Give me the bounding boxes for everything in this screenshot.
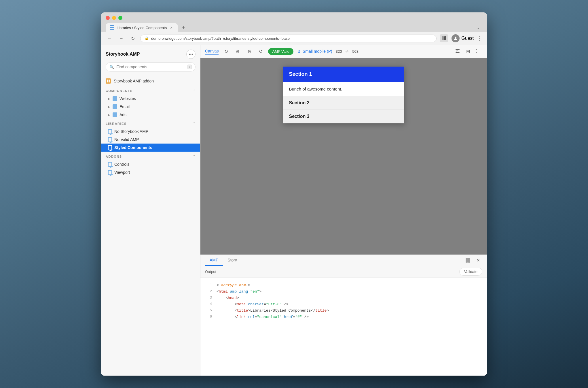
address-bar: ← → ↻ 🔒 demo.onwidget.com/storybook-amp/… [101,32,487,45]
tab-chevron-icon[interactable]: ⌄ [474,23,482,32]
back-button[interactable]: ← [106,34,114,42]
active-tab[interactable]: Libraries / Styled Components × [106,23,178,32]
close-button[interactable] [106,16,110,20]
libraries-chevron-icon[interactable]: ⌃ [193,122,196,126]
email-icon [113,104,117,109]
svg-point-6 [455,37,456,38]
lib-label: No Valid AMP [114,137,139,142]
reset-zoom-button[interactable]: ↺ [257,47,265,55]
sidebar-item-websites[interactable]: ▶ Websites [101,95,200,103]
canvas-toolbar-right: 🖼 ⊞ ⛶ [454,47,482,55]
tab-story[interactable]: Story [223,255,242,266]
code-text: <title>Libraries/Styled Components</titl… [217,308,329,314]
minimize-button[interactable] [112,16,116,20]
lib-label: No Storybook AMP [114,129,148,134]
sidebar-item-ads[interactable]: ▶ Ads [101,111,200,119]
lock-icon: 🔒 [145,36,149,40]
profile-button[interactable]: Guest [452,34,474,42]
dots-icon: ••• [189,52,193,56]
addon-label: Storybook AMP addon [114,79,154,83]
svg-rect-4 [442,36,444,40]
svg-rect-3 [112,28,114,29]
viewport-label: Viewport [114,170,130,175]
svg-rect-0 [110,26,112,27]
viewport-name: Small mobile (P) [303,49,332,54]
svg-rect-12 [468,258,470,263]
line-number: 2 [205,289,212,295]
split-view-button[interactable] [464,256,472,264]
addons-chevron-icon[interactable]: ⌃ [193,155,196,159]
grid-view-button[interactable]: ⊞ [464,47,472,55]
refresh-canvas-button[interactable]: ↻ [222,47,230,55]
preview-section-2: Section 2 [283,96,404,110]
code-text: <head> [217,295,239,301]
code-toolbar: Output Validate [200,266,487,278]
zoom-in-button[interactable]: ⊕ [234,47,242,55]
tab-bar: Libraries / Styled Components × + ⌄ [106,23,482,32]
amp-valid-badge[interactable]: AMP Valid [268,48,293,55]
code-line-5: 5 <title>Libraries/Styled Components</ti… [200,308,487,314]
zoom-out-button[interactable]: ⊖ [245,47,253,55]
sidebar: Storybook AMP ••• 🔍 / [101,45,200,376]
tab-title: Libraries / Styled Components [117,26,167,30]
email-label: Email [120,104,130,109]
bottom-tab-bar: AMP Story ✕ [200,255,487,266]
websites-icon [113,96,117,101]
sidebar-item-viewport[interactable]: Viewport [101,168,200,176]
components-chevron-icon[interactable]: ⌃ [193,89,196,93]
bookmark-icon [108,162,112,167]
code-line-4: 4 <meta charSet="utf-8" /> [200,301,487,308]
tree-arrow-icon: ▶ [108,105,110,108]
maximize-button[interactable] [118,16,122,20]
svg-rect-10 [109,81,110,82]
lib-label: Styled Components [114,145,152,150]
bottom-panel: AMP Story ✕ Output [200,255,487,376]
bottom-tab-actions: ✕ [464,256,482,264]
image-view-button[interactable]: 🖼 [454,47,462,55]
fullscreen-button[interactable]: ⛶ [474,47,482,55]
preview-section-3-title: Section 3 [289,114,399,119]
bookmark-icon [108,137,112,142]
canvas-tab[interactable]: Canvas [205,48,219,55]
search-input[interactable] [116,65,185,69]
code-text: <html amp lang="en"> [217,289,261,295]
close-panel-button[interactable]: ✕ [474,256,482,264]
preview-frame: Section 1 Bunch of awesome content. Sect… [283,67,404,123]
websites-label: Websites [120,96,136,101]
libraries-label: LIBRARIES [106,122,127,125]
sidebar-item-no-storybook-amp[interactable]: No Storybook AMP [101,127,200,135]
forward-button[interactable]: → [117,34,125,42]
sidebar-item-styled-components[interactable]: Styled Components [101,144,200,152]
tab-amp[interactable]: AMP [205,255,223,266]
canvas-toolbar: Canvas ↻ ⊕ ⊖ ↺ AMP Valid 🖥 Small mobile … [200,45,487,58]
url-bar[interactable]: 🔒 demo.onwidget.com/storybook-amp/?path=… [140,35,437,42]
sidebar-item-no-valid-amp[interactable]: No Valid AMP [101,135,200,144]
preview-section-1-title: Section 1 [289,71,399,77]
preview-section-3: Section 3 [283,110,404,123]
bookmark-icon [108,170,112,175]
refresh-button[interactable]: ↻ [129,34,137,42]
search-box[interactable]: 🔍 / [106,62,196,71]
browser-menu-button[interactable]: ⋮ [477,35,482,42]
sidebar-menu-button[interactable]: ••• [186,50,196,59]
svg-rect-9 [107,81,108,82]
line-number: 1 [205,282,212,289]
tab-close-button[interactable]: × [169,25,174,30]
search-icon: 🔍 [109,65,114,69]
sidebar-item-email[interactable]: ▶ Email [101,103,200,111]
addons-label: ADDONS [106,155,122,158]
code-area: 1 <!doctype html> 2 <html amp lang="en">… [200,278,487,376]
line-number: 6 [205,314,212,320]
svg-rect-5 [444,36,446,40]
code-content: 1 <!doctype html> 2 <html amp lang="en">… [200,280,487,323]
profile-avatar [452,34,460,42]
controls-label: Controls [114,162,129,167]
sidebar-item-controls[interactable]: Controls [101,160,200,168]
sidebar-toggle-button[interactable] [440,34,448,42]
code-line-2: 2 <html amp lang="en"> [200,289,487,295]
viewport-selector[interactable]: 🖥 Small mobile (P) [297,49,332,54]
sidebar-item-storybook-addon[interactable]: Storybook AMP addon [101,76,200,86]
validate-button[interactable]: Validate [459,268,482,276]
sidebar-title: Storybook AMP [106,52,140,57]
new-tab-button[interactable]: + [179,23,188,32]
